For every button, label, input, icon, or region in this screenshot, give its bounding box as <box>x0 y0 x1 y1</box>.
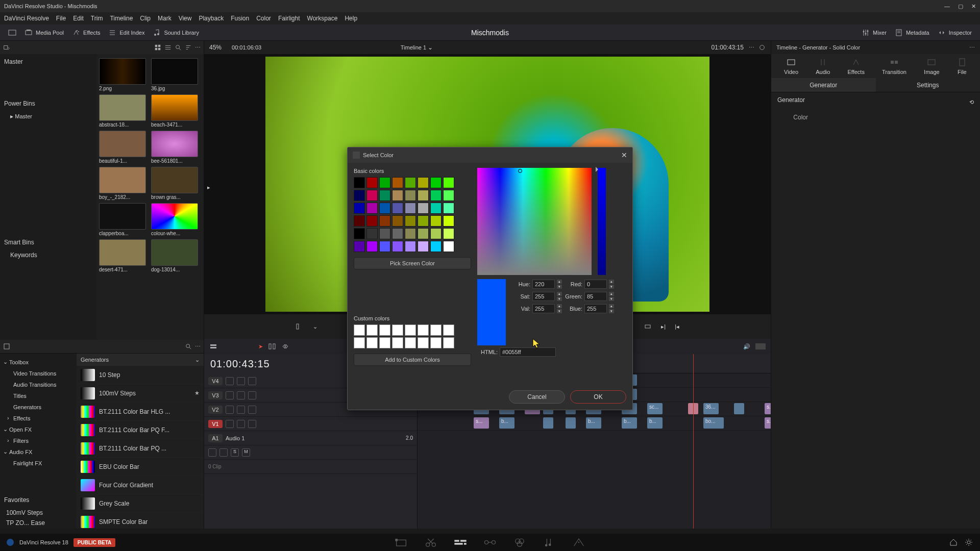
menu-help[interactable]: Help <box>345 15 357 22</box>
insp-tab-video[interactable]: Video <box>784 57 798 75</box>
sat-input[interactable] <box>532 292 555 301</box>
sv-marker[interactable] <box>518 169 522 173</box>
custom-swatch[interactable] <box>392 337 403 348</box>
basic-color-swatch[interactable] <box>379 203 390 214</box>
home-icon[interactable] <box>949 538 958 546</box>
close-icon[interactable]: ✕ <box>971 3 976 10</box>
timeline-clip[interactable] <box>566 417 576 429</box>
basic-color-swatch[interactable] <box>366 203 378 214</box>
auto-select-icon[interactable] <box>237 377 245 385</box>
lock-icon[interactable] <box>226 420 234 428</box>
media-thumb[interactable]: 2.png <box>99 58 146 91</box>
custom-swatch[interactable] <box>354 324 365 336</box>
menu-trim[interactable]: Trim <box>91 15 103 22</box>
fx-cat-audiofx[interactable]: ⌄Audio FX <box>2 446 75 458</box>
ok-button[interactable]: OK <box>570 390 626 404</box>
menu-file[interactable]: File <box>56 15 66 22</box>
basic-color-swatch[interactable] <box>418 241 429 252</box>
custom-swatch[interactable] <box>379 324 390 336</box>
mixer-button[interactable]: Mixer <box>857 27 891 39</box>
generator-item[interactable]: Four Color Gradient <box>77 476 204 494</box>
menu-davinci[interactable]: DaVinci Resolve <box>4 15 49 22</box>
track-header[interactable]: V1 <box>204 417 417 431</box>
media-thumb[interactable]: bee-561801... <box>151 131 198 164</box>
basic-color-swatch[interactable] <box>405 177 416 188</box>
media-page-icon[interactable] <box>394 536 408 548</box>
basic-color-swatch[interactable] <box>366 190 378 201</box>
html-input[interactable] <box>500 347 556 357</box>
solo-icon[interactable]: S <box>231 448 239 457</box>
timeline-clip[interactable]: bo... <box>703 417 724 429</box>
media-thumb[interactable]: beach-3471... <box>151 94 198 128</box>
menu-view[interactable]: View <box>179 15 192 22</box>
spin-down-icon[interactable]: ▾ <box>557 309 562 313</box>
search-icon[interactable] <box>185 343 192 350</box>
generator-item[interactable]: EBU Color Bar <box>77 458 204 476</box>
metadata-button[interactable]: Metadata <box>891 27 934 39</box>
basic-color-swatch[interactable] <box>430 228 442 239</box>
custom-swatch[interactable] <box>443 337 454 348</box>
basic-color-swatch[interactable] <box>354 215 365 227</box>
timeline-track[interactable]: s...b...b...b...b...bo...s...Str...clap.… <box>418 416 771 431</box>
media-thumb[interactable]: brown gras... <box>151 167 198 200</box>
insp-tab-audio[interactable]: Audio <box>816 57 830 75</box>
media-thumb[interactable]: colour-whe... <box>151 203 198 236</box>
basic-color-swatch[interactable] <box>379 241 390 252</box>
menu-playback[interactable]: Playback <box>199 15 224 22</box>
custom-swatch[interactable] <box>354 337 365 348</box>
spin-down-icon[interactable]: ▾ <box>609 285 614 289</box>
basic-color-swatch[interactable] <box>354 177 365 188</box>
media-thumb[interactable]: desert-471... <box>99 239 146 272</box>
enable-track-icon[interactable] <box>248 391 256 399</box>
custom-swatch[interactable] <box>418 337 429 348</box>
go-to-start-icon[interactable]: |◂ <box>675 323 679 330</box>
saturation-value-field[interactable] <box>477 168 592 275</box>
media-thumb[interactable]: beautiful-1... <box>99 131 146 164</box>
custom-swatch[interactable] <box>392 324 403 336</box>
bypass-icon[interactable] <box>758 44 766 51</box>
basic-color-swatch[interactable] <box>354 241 365 252</box>
fx-cat-openfx[interactable]: ⌄Open FX <box>2 424 75 435</box>
basic-color-swatch[interactable] <box>430 215 442 227</box>
sort-icon[interactable] <box>185 44 192 51</box>
custom-swatch[interactable] <box>405 337 416 348</box>
basic-color-swatch[interactable] <box>443 177 454 188</box>
basic-color-swatch[interactable] <box>405 228 416 239</box>
basic-color-swatch[interactable] <box>392 203 403 214</box>
basic-color-swatch[interactable] <box>418 228 429 239</box>
basic-color-swatch[interactable] <box>405 190 416 201</box>
loop-icon[interactable] <box>644 322 652 331</box>
edit-index-button[interactable]: Edit Index <box>104 27 149 39</box>
basic-color-swatch[interactable] <box>430 177 442 188</box>
auto-select-icon[interactable] <box>237 406 245 414</box>
lock-icon[interactable] <box>226 406 234 414</box>
custom-swatch[interactable] <box>418 324 429 336</box>
color-page-icon[interactable] <box>512 536 527 548</box>
basic-color-swatch[interactable] <box>418 190 429 201</box>
timeline-clip[interactable]: s... <box>765 403 771 414</box>
spin-down-icon[interactable]: ▾ <box>557 285 562 289</box>
basic-color-swatch[interactable] <box>430 190 442 201</box>
timeline-name[interactable]: Timeline 1 ⌄ <box>401 44 433 51</box>
auto-select-icon[interactable] <box>237 391 245 399</box>
arm-icon[interactable] <box>219 448 228 457</box>
custom-swatch[interactable] <box>443 324 454 336</box>
inspector-button[interactable]: Inspector <box>934 27 976 39</box>
star-icon[interactable]: ★ <box>194 390 200 396</box>
timeline-clip[interactable] <box>543 417 553 429</box>
cancel-button[interactable]: Cancel <box>509 390 565 404</box>
fx-cat-fairlightfx[interactable]: Fairlight FX <box>2 458 75 469</box>
close-icon[interactable]: ✕ <box>621 151 627 159</box>
timeline-clip[interactable]: s... <box>474 417 489 429</box>
basic-color-swatch[interactable] <box>418 203 429 214</box>
insp-tab-image[interactable]: Image <box>924 57 940 75</box>
mark-in-icon[interactable] <box>296 322 304 331</box>
basic-color-swatch[interactable] <box>405 203 416 214</box>
generator-item[interactable]: 10 Step <box>77 366 204 384</box>
menu-mark[interactable]: Mark <box>158 15 172 22</box>
play-reverse-icon[interactable]: ▸ <box>207 184 210 191</box>
timeline-clip[interactable]: b... <box>622 417 637 429</box>
spin-down-icon[interactable]: ▾ <box>609 297 614 301</box>
insp-tab-file[interactable]: File <box>957 57 967 75</box>
spin-up-icon[interactable]: ▴ <box>557 304 562 308</box>
